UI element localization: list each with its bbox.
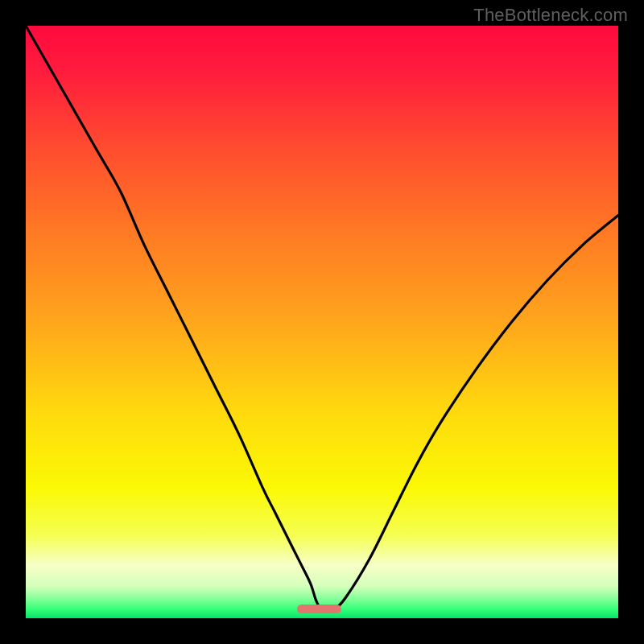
bottleneck-curve: [26, 26, 618, 618]
gradient-plot-area: [26, 26, 618, 618]
bottleneck-curve-path: [26, 26, 618, 612]
watermark-text: TheBottleneck.com: [473, 5, 628, 26]
optimum-marker: [297, 605, 341, 613]
outer-frame: TheBottleneck.com: [0, 0, 644, 644]
